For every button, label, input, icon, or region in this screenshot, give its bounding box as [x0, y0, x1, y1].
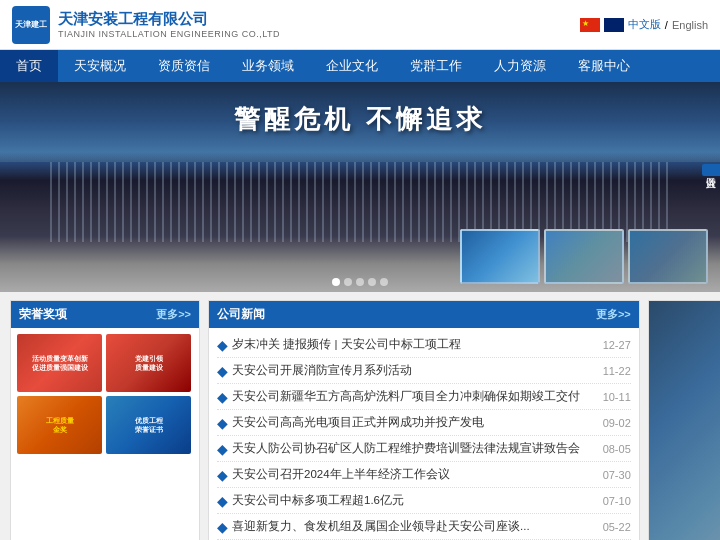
banner: 警醒危机 不懈追求 营业入口	[0, 82, 720, 292]
news-item-8: ◆ 喜迎新复力、食发机组及属国企业领导赴天安公司座谈... 05-22	[217, 514, 631, 540]
awards-panel: 荣誉奖项 更多>> 活动质量变革创新 促进质量强国建设 党建引领 质量建设 工程…	[10, 300, 200, 540]
news-dot-icon: ◆	[217, 338, 228, 352]
news-panel: 公司新闻 更多>> ◆ 岁末冲关 捷报频传 | 天安公司中标工项工程 12-27…	[208, 300, 640, 540]
banner-thumb-1[interactable]	[460, 229, 540, 284]
news-item-3-title[interactable]: 天安公司新疆华五方高高炉洗料厂项目全力冲刺确保如期竣工交付	[232, 389, 597, 404]
nav-item-about[interactable]: 天安概况	[58, 50, 142, 82]
news-dot-icon: ◆	[217, 468, 228, 482]
news-dot-icon: ◆	[217, 416, 228, 430]
dot-4[interactable]	[368, 278, 376, 286]
news-item-1: ◆ 岁末冲关 捷报频传 | 天安公司中标工项工程 12-27	[217, 332, 631, 358]
main-content: 荣誉奖项 更多>> 活动质量变革创新 促进质量强国建设 党建引领 质量建设 工程…	[0, 292, 720, 540]
photo-image: 天安公司新疆高效能源消防宣传月系列活动暨法律法规宣讲致告会全力冲刺确保如期竣工交…	[649, 301, 720, 540]
nav-item-home[interactable]: 首页	[0, 50, 58, 82]
lang-cn-label[interactable]: 中文版	[628, 17, 661, 32]
header: 天津建工 天津安装工程有限公司 TIANJIN INSTALLATION ENG…	[0, 0, 720, 50]
dot-2[interactable]	[344, 278, 352, 286]
nav-item-service[interactable]: 客服中心	[562, 50, 646, 82]
flag-cn-icon	[580, 18, 600, 32]
news-dot-icon: ◆	[217, 390, 228, 404]
main-nav: 首页 天安概况 资质资信 业务领域 企业文化 党群工作 人力资源 客服中心	[0, 50, 720, 82]
news-item-2-title[interactable]: 天安公司开展消防宣传月系列活动	[232, 363, 597, 378]
sidebar-right-button[interactable]: 营业入口	[702, 164, 720, 176]
flag-en-icon	[604, 18, 624, 32]
news-title: 公司新闻	[217, 306, 265, 323]
news-item-1-title[interactable]: 岁末冲关 捷报频传 | 天安公司中标工项工程	[232, 337, 597, 352]
news-item-5-title[interactable]: 天安人防公司协召矿区人防工程维护费培训暨法律法规宣讲致告会	[232, 441, 597, 456]
nav-item-hr[interactable]: 人力资源	[478, 50, 562, 82]
banner-text: 警醒危机 不懈追求	[234, 102, 485, 137]
news-item-4-title[interactable]: 天安公司高高光电项目正式并网成功并投产发电	[232, 415, 597, 430]
logo-icon: 天津建工	[12, 6, 50, 44]
award-image-4[interactable]: 优质工程 荣誉证书	[106, 396, 191, 454]
dot-3[interactable]	[356, 278, 364, 286]
banner-thumb-2[interactable]	[544, 229, 624, 284]
news-more-link[interactable]: 更多>>	[596, 307, 631, 322]
news-item-4: ◆ 天安公司高高光电项目正式并网成功并投产发电 09-02	[217, 410, 631, 436]
news-item-4-date: 09-02	[603, 417, 631, 429]
logo-text: 天津安装工程有限公司 TIANJIN INSTALLATION ENGINEER…	[58, 10, 280, 39]
news-item-5: ◆ 天安人防公司协召矿区人防工程维护费培训暨法律法规宣讲致告会 08-05	[217, 436, 631, 462]
awards-more-link[interactable]: 更多>>	[156, 307, 191, 322]
nav-item-business[interactable]: 业务领域	[226, 50, 310, 82]
news-item-2: ◆ 天安公司开展消防宣传月系列活动 11-22	[217, 358, 631, 384]
nav-item-party[interactable]: 党群工作	[394, 50, 478, 82]
news-dot-icon: ◆	[217, 494, 228, 508]
news-item-6-date: 07-30	[603, 469, 631, 481]
news-item-5-date: 08-05	[603, 443, 631, 455]
news-item-7-title[interactable]: 天安公司中标多项工程超1.6亿元	[232, 493, 597, 508]
nav-item-credentials[interactable]: 资质资信	[142, 50, 226, 82]
news-item-2-date: 11-22	[603, 365, 631, 377]
news-item-3-date: 10-11	[603, 391, 631, 403]
news-panel-header: 公司新闻 更多>>	[209, 301, 639, 328]
award-image-1[interactable]: 活动质量变革创新 促进质量强国建设	[17, 334, 102, 392]
lang-separator: /	[665, 19, 668, 31]
photo-panel: 天安公司新疆高效能源消防宣传月系列活动暨法律法规宣讲致告会全力冲刺确保如期竣工交…	[648, 300, 720, 540]
awards-panel-header: 荣誉奖项 更多>>	[11, 301, 199, 328]
language-switcher[interactable]: 中文版 / English	[580, 17, 708, 32]
news-dot-icon: ◆	[217, 442, 228, 456]
news-item-1-date: 12-27	[603, 339, 631, 351]
news-item-8-title[interactable]: 喜迎新复力、食发机组及属国企业领导赴天安公司座谈...	[232, 519, 597, 534]
logo-title: 天津安装工程有限公司	[58, 10, 280, 29]
lang-en-label[interactable]: English	[672, 19, 708, 31]
awards-title: 荣誉奖项	[19, 306, 67, 323]
news-dot-icon: ◆	[217, 364, 228, 378]
awards-content: 活动质量变革创新 促进质量强国建设 党建引领 质量建设 工程质量 金奖 优质工程…	[11, 328, 199, 460]
award-image-2[interactable]: 党建引领 质量建设	[106, 334, 191, 392]
banner-thumbnails	[460, 229, 708, 284]
dot-5[interactable]	[380, 278, 388, 286]
news-item-8-date: 05-22	[603, 521, 631, 533]
banner-thumb-3[interactable]	[628, 229, 708, 284]
news-item-7: ◆ 天安公司中标多项工程超1.6亿元 07-10	[217, 488, 631, 514]
news-item-6: ◆ 天安公司召开2024年上半年经济工作会议 07-30	[217, 462, 631, 488]
banner-dots	[332, 278, 388, 286]
news-list: ◆ 岁末冲关 捷报频传 | 天安公司中标工项工程 12-27 ◆ 天安公司开展消…	[209, 328, 639, 540]
dot-1[interactable]	[332, 278, 340, 286]
nav-item-culture[interactable]: 企业文化	[310, 50, 394, 82]
news-item-7-date: 07-10	[603, 495, 631, 507]
logo-area: 天津建工 天津安装工程有限公司 TIANJIN INSTALLATION ENG…	[12, 6, 280, 44]
logo-subtitle: TIANJIN INSTALLATION ENGINEERING CO.,LTD	[58, 29, 280, 39]
award-image-3[interactable]: 工程质量 金奖	[17, 396, 102, 454]
news-dot-icon: ◆	[217, 520, 228, 534]
news-item-6-title[interactable]: 天安公司召开2024年上半年经济工作会议	[232, 467, 597, 482]
news-item-3: ◆ 天安公司新疆华五方高高炉洗料厂项目全力冲刺确保如期竣工交付 10-11	[217, 384, 631, 410]
